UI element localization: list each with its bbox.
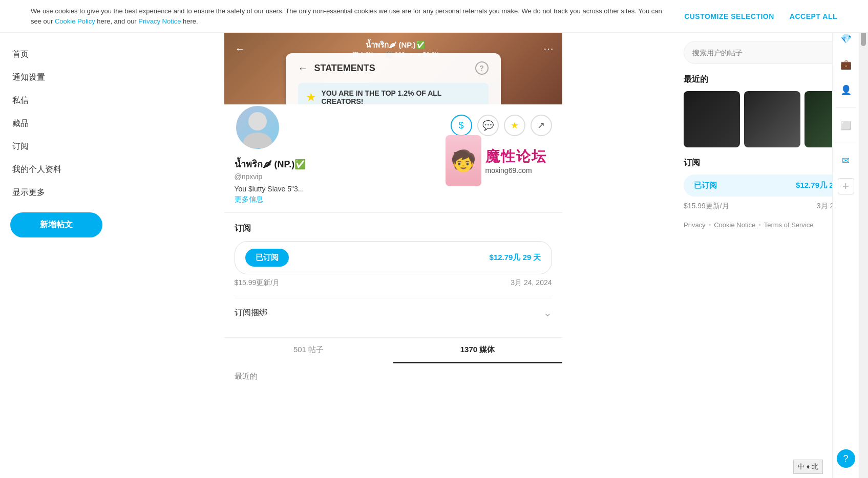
center-content: ← น้ำพริก🌶 (NP.)✅ 🖼 1.2K • 🎬 202 • ♥ 50.… [224,33,562,478]
subscription-sidebar-button[interactable]: 已订阅 $12.79几 29 天 [684,175,858,197]
watermark-text-group: 魔性论坛 moxing69.com [485,147,547,175]
tabs-row: 501 帖子 1370 媒体 [224,337,562,363]
star-icon: ★ [306,91,315,103]
sidebar: 首页 通知设置 私信 藏品 订阅 我的个人资料 显示更多 新增帖文 [0,33,113,478]
sidebar-renewal-row: $15.99更新/月 3月 24, 2024 [684,202,858,211]
right-outlook-icon[interactable]: ⬜ [838,117,854,134]
avatar [235,104,281,150]
sidebar-item-profile[interactable]: 我的个人资料 [0,158,113,181]
cookie-middle: here, and our [95,17,139,25]
accept-all-button[interactable]: ACCEPT ALL [790,12,837,20]
subscription-price: $12.79几 29 天 [490,253,541,263]
tip-button[interactable]: $ [451,115,472,136]
sidebar-profile-label: 我的个人资料 [12,164,61,175]
cookie-policy-link[interactable]: Cookie Policy [55,17,95,25]
footer-dot-2: • [758,221,761,229]
bundle-chevron-icon: ⌄ [543,307,552,319]
search-input[interactable] [692,49,839,57]
recent-images-row [684,91,858,147]
right-add-button[interactable]: + [838,178,854,194]
watermark-subtitle: moxing69.com [485,166,547,175]
sidebar-messages-label: 私信 [12,95,29,106]
bundle-section: 订阅捆绑 ⌄ [224,298,562,337]
statements-back-icon[interactable]: ← [298,62,308,74]
footer-links: Privacy • Cookie Notice • Terms of Servi… [684,221,858,229]
sidebar-item-messages[interactable]: 私信 [0,89,113,112]
more-info-link[interactable]: 更多信息 [235,195,552,204]
sidebar-item-notifications[interactable]: 通知设置 [0,66,113,89]
terms-footer-link[interactable]: Terms of Service [764,221,814,229]
right-icons-panel: 🔍 💎 💼 👤 ⬜ ✉ + ? [832,0,859,478]
right-send-icon[interactable]: ✉ [838,153,854,169]
svg-point-0 [248,112,267,131]
search-container: 🔍 [684,41,858,64]
cookie-banner: We use cookies to give you the best expe… [0,0,868,33]
sidebar-item-more[interactable]: 显示更多 [0,181,113,204]
right-icons-divider [835,107,856,108]
sidebar-collections-label: 藏品 [12,118,29,129]
subscribed-badge-button[interactable]: 已订阅 [245,249,289,267]
statements-title: STATEMENTS [314,63,375,74]
recent-thumb-1[interactable] [684,91,740,147]
cookie-actions: CUSTOMIZE SELECTION ACCEPT ALL [684,12,837,20]
profile-action-buttons: $ 💬 ★ ↗ [451,115,552,136]
watermark-character: 🧒 [446,135,481,186]
renewal-date: 3月 24, 2024 [511,278,552,288]
right-help-icon[interactable]: ? [837,449,855,468]
recent-section-indicator: 最近的 [224,363,562,389]
right-gem-icon[interactable]: 💎 [838,31,854,47]
sidebar-notifications-label: 通知设置 [12,72,45,83]
subscription-btn-row: 已订阅 $12.79几 29 天 [235,241,552,274]
profile-info-section: $ 💬 ★ ↗ 🧒 魔性论坛 moxing69.com น้ำพริก🌶 (NP… [224,104,562,213]
right-user-icon[interactable]: 👤 [838,82,854,98]
profile-header-name: น้ำพริก🌶 (NP.)✅ [366,39,425,51]
sidebar-subscriptions-label: 订阅 [12,141,29,152]
sidebar-item-collections[interactable]: 藏品 [0,112,113,135]
subscription-title: 订阅 [235,223,552,234]
bundle-label: 订阅捆绑 [235,308,267,318]
watermark-overlay: 🧒 魔性论坛 moxing69.com [446,135,547,186]
privacy-link[interactable]: Privacy Notice [138,17,181,25]
watermark-title: 魔性论坛 [485,147,547,166]
privacy-footer-link[interactable]: Privacy [684,221,706,229]
right-wallet-icon[interactable]: 💼 [838,56,854,73]
statements-help-icon[interactable]: ? [475,61,489,75]
sidebar-item-subscriptions[interactable]: 订阅 [0,135,113,158]
sidebar-more-label: 显示更多 [12,187,45,198]
customize-selection-button[interactable]: CUSTOMIZE SELECTION [684,12,774,20]
tab-posts[interactable]: 501 帖子 [224,338,393,363]
sidebar-home-label: 首页 [12,49,29,60]
svg-point-1 [243,133,272,148]
new-post-button[interactable]: 新增帖文 [10,212,102,237]
scrollbar-area[interactable] [859,0,868,478]
footer-dot-1: • [709,221,711,229]
renewal-label: $15.99更新/月 [235,278,280,288]
language-indicator: 中 ♦ 北 [793,460,823,474]
subscription-sidebar-title: 订阅 [684,158,858,168]
cookie-text: We use cookies to give you the best expe… [31,6,664,26]
subscription-section: 订阅 已订阅 $12.79几 29 天 $15.99更新/月 3月 24, 20… [224,213,562,298]
cookie-end: here. [181,17,198,25]
sidebar-item-home[interactable]: 首页 [0,43,113,66]
message-button[interactable]: 💬 [477,115,499,136]
header-more-button[interactable]: ⋯ [543,42,554,55]
tab-media[interactable]: 1370 媒体 [393,338,562,363]
main-layout: 首页 通知设置 私信 藏品 订阅 我的个人资料 显示更多 新增帖文 ← น้ำพ [0,33,868,478]
bundle-row[interactable]: 订阅捆绑 ⌄ [235,298,552,327]
right-icons-divider-2 [835,143,856,143]
badge-text: YOU ARE IN THE TOP 1.2% OF ALL CREATORS! [322,89,480,105]
sidebar-renewal-label: $15.99更新/月 [684,202,729,211]
sidebar-subscribed-label: 已订阅 [694,181,717,190]
recent-thumb-2[interactable] [744,91,800,147]
subscription-renewal: $15.99更新/月 3月 24, 2024 [235,278,552,288]
statements-header: ← STATEMENTS ? [298,61,489,75]
back-button[interactable]: ← [232,41,248,56]
share-button[interactable]: ↗ [531,115,552,136]
cookie-notice-footer-link[interactable]: Cookie Notice [714,221,755,229]
recent-label: 最近的 [684,74,858,85]
favorite-button[interactable]: ★ [504,115,525,136]
